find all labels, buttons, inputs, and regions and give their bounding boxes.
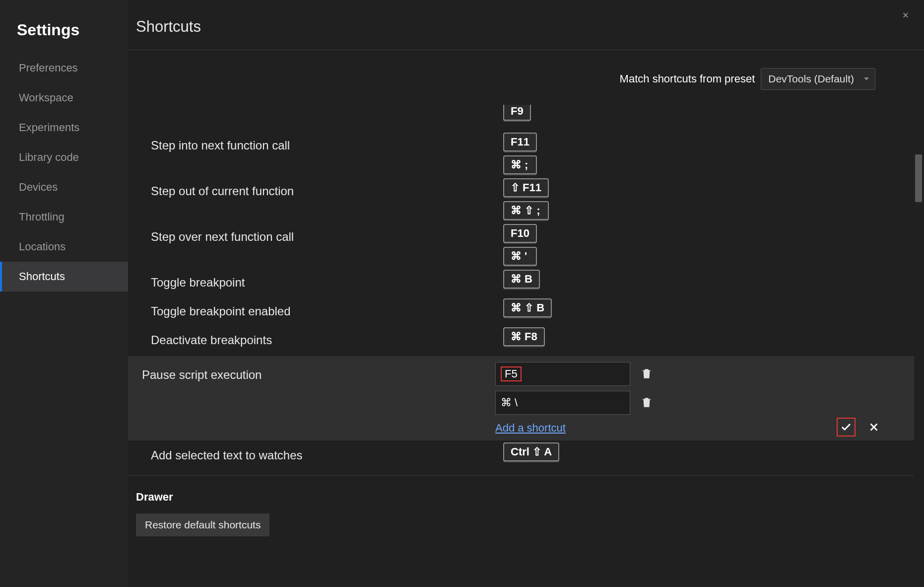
sidebar-item-label: Preferences [19, 62, 78, 74]
trash-icon [640, 396, 653, 409]
sidebar-item-label: Experiments [19, 121, 79, 134]
shortcut-label: Deactivate breakpoints [151, 327, 503, 347]
key-badge: F10 [503, 224, 537, 243]
sidebar-item-experiments[interactable]: Experiments [0, 113, 128, 143]
sidebar-item-preferences[interactable]: Preferences [0, 53, 128, 83]
shortcut-row-step-over[interactable]: Step over next function call F10 ⌘ ' [128, 222, 914, 268]
shortcut-label [151, 105, 503, 108]
key-badge: F9 [503, 105, 531, 121]
settings-sidebar: Settings Preferences Workspace Experimen… [0, 0, 128, 587]
shortcuts-scroll-area[interactable]: F9 Step into next function call F11 ⌘ ; … [128, 105, 924, 587]
preset-select-value: DevTools (Default) [768, 73, 854, 84]
key-badge: ⌘ ⇧ B [503, 298, 552, 317]
cancel-edit-button[interactable] [866, 420, 881, 435]
add-shortcut-link[interactable]: Add a shortcut [495, 422, 654, 435]
delete-shortcut-button-2[interactable] [640, 396, 654, 410]
key-badge: ⌘ F8 [503, 327, 545, 346]
scrollbar-thumb[interactable] [915, 154, 922, 202]
main-panel: × Shortcuts Match shortcuts from preset … [128, 0, 924, 587]
key-badge: Ctrl ⇧ A [503, 442, 559, 461]
shortcut-label: Add selected text to watches [151, 442, 503, 462]
section-header-drawer: Drawer [128, 475, 914, 509]
shortcut-label: Toggle breakpoint [151, 270, 503, 290]
main-header: Shortcuts [128, 0, 924, 50]
shortcut-row-pause-script-editing: Pause script execution F5 ⌘ \ [128, 356, 914, 440]
sidebar-item-label: Devices [19, 181, 58, 193]
shortcut-input-value: F5 [501, 367, 522, 381]
shortcut-row-step[interactable]: F9 [128, 105, 914, 131]
sidebar-item-label: Throttling [19, 211, 65, 223]
sidebar-item-label: Shortcuts [19, 270, 65, 283]
sidebar-title: Settings [0, 12, 128, 53]
shortcut-row-toggle-breakpoint[interactable]: Toggle breakpoint ⌘ B [128, 268, 914, 296]
sidebar-item-library-code[interactable]: Library code [0, 143, 128, 172]
close-button[interactable]: × [899, 9, 912, 22]
preset-label: Match shortcuts from preset [620, 73, 755, 85]
shortcut-row-add-to-watches[interactable]: Add selected text to watches Ctrl ⇧ A [128, 440, 914, 469]
close-icon [868, 422, 879, 433]
key-badge: ⇧ F11 [503, 178, 549, 197]
key-badge: ⌘ ; [503, 155, 537, 174]
shortcut-input-value: ⌘ \ [501, 396, 518, 409]
shortcut-label: Pause script execution [142, 362, 495, 382]
shortcut-row-step-out[interactable]: Step out of current function ⇧ F11 ⌘ ⇧ ; [128, 176, 914, 222]
shortcut-row-deactivate-breakpoints[interactable]: Deactivate breakpoints ⌘ F8 [128, 325, 914, 354]
key-badge: ⌘ B [503, 270, 540, 289]
close-icon: × [903, 9, 909, 22]
sidebar-item-shortcuts[interactable]: Shortcuts [0, 262, 128, 292]
sidebar-item-label: Workspace [19, 91, 73, 104]
shortcut-label: Step into next function call [151, 133, 503, 152]
sidebar-item-label: Locations [19, 240, 66, 253]
shortcut-label: Step over next function call [151, 224, 503, 244]
shortcut-label: Toggle breakpoint enabled [151, 298, 503, 318]
trash-icon [640, 367, 653, 380]
preset-bar: Match shortcuts from preset DevTools (De… [128, 50, 924, 105]
delete-shortcut-button-1[interactable] [640, 367, 654, 381]
shortcut-input-2[interactable]: ⌘ \ [495, 391, 630, 415]
check-icon [840, 421, 852, 433]
confirm-edit-button[interactable] [837, 418, 856, 437]
shortcut-row-toggle-breakpoint-enabled[interactable]: Toggle breakpoint enabled ⌘ ⇧ B [128, 296, 914, 325]
sidebar-item-throttling[interactable]: Throttling [0, 202, 128, 232]
key-badge: ⌘ ⇧ ; [503, 201, 549, 220]
sidebar-item-workspace[interactable]: Workspace [0, 83, 128, 113]
shortcut-label: Step out of current function [151, 178, 503, 198]
shortcut-input-1[interactable]: F5 [495, 362, 630, 386]
key-badge: ⌘ ' [503, 247, 537, 266]
shortcut-row-step-into[interactable]: Step into next function call F11 ⌘ ; [128, 131, 914, 176]
sidebar-item-locations[interactable]: Locations [0, 232, 128, 262]
preset-select[interactable]: DevTools (Default) [761, 68, 875, 90]
sidebar-item-devices[interactable]: Devices [0, 172, 128, 202]
key-badge: F11 [503, 133, 537, 151]
sidebar-item-label: Library code [19, 151, 79, 163]
restore-defaults-button[interactable]: Restore default shortcuts [136, 514, 269, 536]
page-title: Shortcuts [136, 18, 904, 36]
